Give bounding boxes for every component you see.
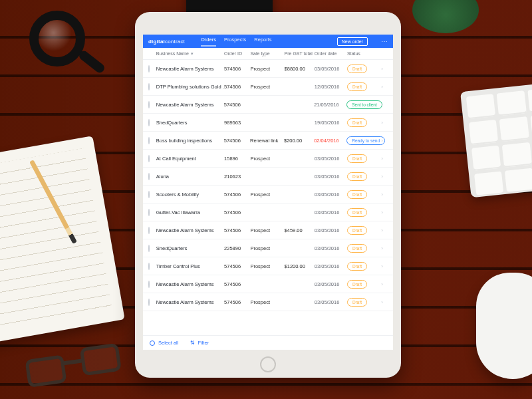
table-row[interactable]: Newcastle Alarm Systems57450603/05/2016D… xyxy=(143,275,393,293)
row-select-circle[interactable] xyxy=(148,299,150,306)
row-select-circle[interactable] xyxy=(148,281,150,288)
table-row[interactable]: Newcastle Alarm Systems574506Prospect$45… xyxy=(143,221,393,239)
nav-tabs: Orders Prospects Reports xyxy=(201,37,272,47)
tablet-home-button[interactable] xyxy=(260,356,276,372)
table-row[interactable]: Scooters & Mobility574506Prospect03/05/2… xyxy=(143,186,393,203)
table-row[interactable]: ShedQuarters225890Prospect03/05/2016Draf… xyxy=(143,239,393,257)
filter-button[interactable]: ⇅Filter xyxy=(190,340,209,346)
new-order-button[interactable]: New order xyxy=(337,37,368,46)
table-row[interactable]: Newcastle Alarm Systems57450621/05/2016S… xyxy=(143,96,393,114)
mouse-prop xyxy=(476,273,532,379)
cell-sale-type: Prospect xyxy=(250,263,284,269)
row-chevron-icon[interactable]: › xyxy=(381,245,388,251)
cell-status: Draft xyxy=(347,190,381,199)
cell-sale-type: Prospect xyxy=(250,66,284,72)
row-chevron-icon[interactable]: › xyxy=(381,66,388,72)
cell-status: Draft xyxy=(347,298,381,307)
table-row[interactable]: DTP Plumbing solutions Gold ...574506Pro… xyxy=(143,78,393,96)
row-select-circle[interactable] xyxy=(148,65,150,72)
select-all-icon xyxy=(150,340,155,346)
col-header-order-date[interactable]: Order date xyxy=(315,51,347,56)
col-header-sale-type[interactable]: Sale type xyxy=(250,51,284,56)
row-chevron-icon[interactable]: › xyxy=(381,120,388,126)
tab-prospects[interactable]: Prospects xyxy=(224,37,246,47)
row-select-circle[interactable] xyxy=(148,191,150,198)
table-row[interactable]: At Call Equipment15896Prospect03/05/2016… xyxy=(143,150,393,168)
cell-order-date: 03/05/2016 xyxy=(315,263,347,269)
cell-order-date: 03/05/2016 xyxy=(315,299,347,305)
row-chevron-icon[interactable]: › xyxy=(381,102,388,108)
table-row[interactable]: Boss building inspections574506Renewal l… xyxy=(143,132,393,150)
cell-status: Draft xyxy=(347,154,381,163)
col-header-order-id[interactable]: Order ID xyxy=(224,51,250,56)
cell-order-id: 574506 xyxy=(224,66,250,72)
row-chevron-icon[interactable]: › xyxy=(381,192,388,198)
cell-business-name: Scooters & Mobility xyxy=(156,192,224,198)
tab-reports[interactable]: Reports xyxy=(254,37,271,47)
cell-business-name: Gutter-Vac Illawarra xyxy=(156,209,224,215)
cell-order-id: 574506 xyxy=(224,299,250,305)
cell-sale-type: Prospect xyxy=(250,299,284,305)
row-select-circle[interactable] xyxy=(148,137,150,144)
cell-order-date: 03/05/2016 xyxy=(315,192,347,198)
row-chevron-icon[interactable]: › xyxy=(381,138,388,144)
row-chevron-icon[interactable]: › xyxy=(381,84,388,90)
row-chevron-icon[interactable]: › xyxy=(381,174,388,180)
row-select-circle[interactable] xyxy=(148,101,150,108)
table-row[interactable]: ShedQuarters98956319/05/2016Draft› xyxy=(143,114,393,132)
cell-sale-type: Prospect xyxy=(250,245,284,251)
status-pill: Draft xyxy=(347,82,367,91)
cell-order-date: 03/05/2016 xyxy=(315,209,347,215)
table-row[interactable]: Timber Control Plus574506Prospect$1200.0… xyxy=(143,257,393,275)
row-select-circle[interactable] xyxy=(148,245,150,252)
orders-table-body: Newcastle Alarm Systems574506Prospect$88… xyxy=(143,60,393,335)
cell-status: Sent to client xyxy=(346,100,381,109)
magnifying-glass-handle xyxy=(77,49,106,74)
cell-sale-type: Prospect xyxy=(250,156,284,162)
cell-order-date: 03/05/2016 xyxy=(315,156,347,162)
cell-sale-type: Prospect xyxy=(250,84,284,90)
cell-order-date: 02/04/2016 xyxy=(314,138,346,144)
table-header-row: Business Name▾ Order ID Sale type Pre GS… xyxy=(143,48,393,60)
status-pill: Draft xyxy=(347,65,367,73)
select-all-button[interactable]: Select all xyxy=(150,340,178,346)
desk-scene: digitalcontract Orders Prospects Reports… xyxy=(0,0,532,399)
cell-business-name: At Call Equipment xyxy=(156,156,224,162)
status-pill: Draft xyxy=(347,208,367,217)
cell-sale-type: Prospect xyxy=(250,192,284,198)
cell-status: Draft xyxy=(347,208,381,217)
row-select-circle[interactable] xyxy=(148,263,150,270)
cell-order-id: 574506 xyxy=(224,209,250,215)
col-header-status[interactable]: Status xyxy=(347,51,381,56)
cell-status: Draft xyxy=(347,280,381,289)
row-select-circle[interactable] xyxy=(148,155,150,162)
cell-total: $8800.00 xyxy=(285,66,315,72)
row-chevron-icon[interactable]: › xyxy=(381,227,388,233)
table-row[interactable]: Newcastle Alarm Systems574506Prospect$88… xyxy=(143,60,393,78)
more-menu-icon[interactable]: ⋯ xyxy=(381,38,388,45)
row-select-circle[interactable] xyxy=(148,83,150,90)
table-row[interactable]: Gutter-Vac Illawarra57450603/05/2016Draf… xyxy=(143,203,393,221)
status-pill: Draft xyxy=(347,154,367,163)
row-chevron-icon[interactable]: › xyxy=(381,299,388,305)
status-pill: Draft xyxy=(347,280,367,289)
tab-orders[interactable]: Orders xyxy=(201,37,216,47)
row-select-circle[interactable] xyxy=(148,173,150,180)
status-pill: Draft xyxy=(347,298,367,307)
cell-order-id: 574506 xyxy=(224,263,250,269)
keyboard-prop xyxy=(460,82,532,198)
row-chevron-icon[interactable]: › xyxy=(381,281,388,287)
row-chevron-icon[interactable]: › xyxy=(381,263,388,269)
row-select-circle[interactable] xyxy=(148,209,150,216)
row-select-circle[interactable] xyxy=(148,119,150,126)
row-chevron-icon[interactable]: › xyxy=(381,209,388,215)
row-chevron-icon[interactable]: › xyxy=(381,156,388,162)
col-header-business-name[interactable]: Business Name▾ xyxy=(156,51,224,57)
cell-order-id: 225890 xyxy=(224,245,250,251)
footer-bar: Select all ⇅Filter xyxy=(143,335,393,350)
cell-business-name: DTP Plumbing solutions Gold ... xyxy=(156,84,224,90)
col-header-total[interactable]: Pre GST total xyxy=(285,51,315,56)
table-row[interactable]: Newcastle Alarm Systems574506Prospect03/… xyxy=(143,293,393,311)
table-row[interactable]: Aluna21062303/05/2016Draft› xyxy=(143,168,393,186)
row-select-circle[interactable] xyxy=(148,227,150,234)
